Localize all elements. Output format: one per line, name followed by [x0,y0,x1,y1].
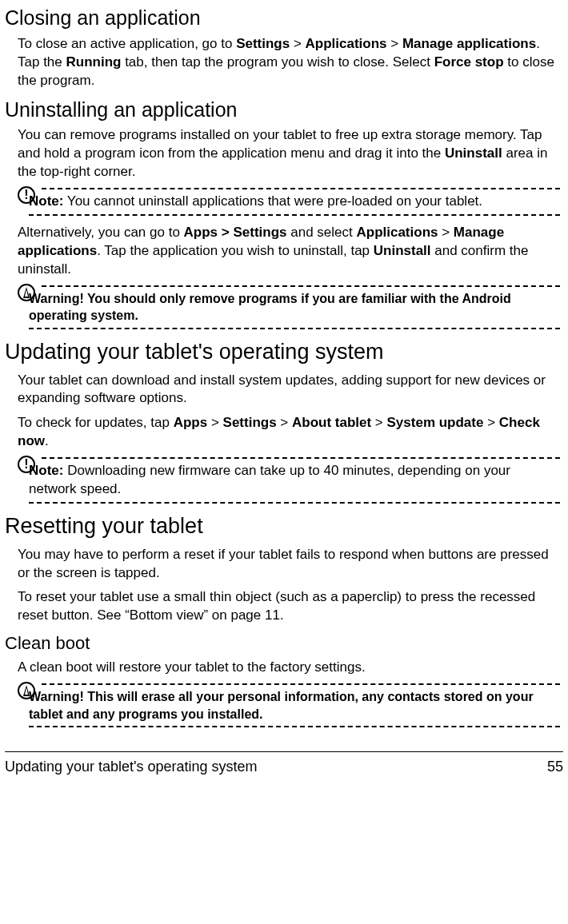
body-resetting-1: You may have to perform a reset if your … [18,546,560,583]
footer: Updating your tablet's operating system … [5,751,563,776]
heading-uninstall: Uninstalling an application [5,97,568,124]
warning-icon [18,284,35,301]
warning-uninstall: Warning! You should only remove programs… [18,285,560,329]
warning-cleanboot: Warning! This will erase all your person… [18,683,560,727]
body-uninstall-2: Alternatively, you can go to Apps > Sett… [18,224,560,279]
warning-icon [18,682,35,699]
body-closing: To close an active application, go to Se… [18,35,560,90]
footer-title: Updating your tablet's operating system [5,757,258,776]
body-updating-2: To check for updates, tap Apps > Setting… [18,414,560,451]
note-uninstall-text: Note: You cannot uninstall applications … [29,193,560,211]
body-resetting-2: To reset your tablet use a small thin ob… [18,588,560,625]
heading-closing: Closing an application [5,5,568,32]
body-cleanboot: A clean boot will restore your tablet to… [18,659,560,677]
heading-cleanboot: Clean boot [5,631,568,655]
body-uninstall-1: You can remove programs installed on you… [18,126,560,181]
heading-updating: Updating your tablet's operating system [5,337,568,366]
warning-cleanboot-text: Warning! This will erase all your person… [29,688,560,723]
note-uninstall: ! Note: You cannot uninstall application… [18,188,560,216]
note-updating: ! Note: Downloading new firmware can tak… [18,457,560,504]
note-updating-text: Note: Downloading new firmware can take … [29,462,560,499]
warning-uninstall-text: Warning! You should only remove programs… [29,290,560,325]
body-updating-1: Your tablet can download and install sys… [18,372,560,408]
page-number: 55 [547,757,563,776]
info-icon: ! [18,186,35,204]
heading-resetting: Resetting your tablet [5,512,568,540]
